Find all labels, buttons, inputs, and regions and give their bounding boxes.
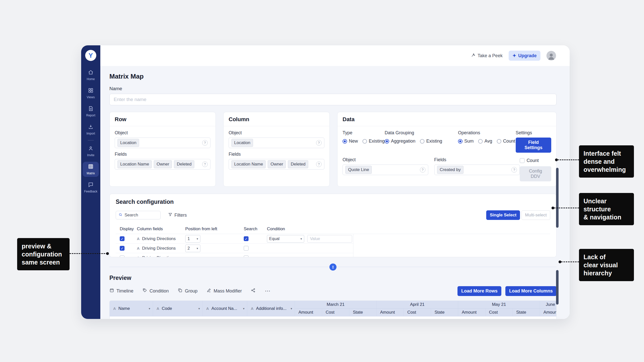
count-checkbox[interactable]: Count — [520, 157, 539, 164]
radio-grouping-existing[interactable]: Existing — [420, 139, 442, 144]
group-icon — [178, 288, 182, 294]
sidebar-item-home[interactable]: Home — [83, 68, 99, 83]
calendar-icon — [109, 288, 114, 294]
preview-cell: Backhoe — [247, 316, 295, 319]
take-a-peek-label: Take a Peek — [478, 53, 503, 58]
sidebar-item-invite[interactable]: Invite — [83, 144, 99, 159]
row-fields-field[interactable]: Location Name Owner Deleted ? — [115, 159, 210, 170]
search-checkbox[interactable]: ✓ — [244, 236, 249, 241]
more-button[interactable]: ⋯ — [265, 288, 271, 294]
search-input[interactable] — [125, 213, 158, 218]
annotation-leader — [561, 261, 579, 262]
sidebar-item-views[interactable]: Views — [83, 86, 99, 101]
condition-select[interactable]: Equal▾ — [267, 235, 304, 243]
name-label: Name — [109, 86, 557, 91]
preview-title: Preview — [109, 275, 557, 281]
preview-table-row: 16 Trending BucketASM-5G-01BackhoeBackho… — [110, 316, 557, 319]
help-icon[interactable]: ? — [420, 167, 425, 173]
column-header-additional-info[interactable]: AAdditional info...▾ — [247, 301, 295, 316]
single-select-button[interactable]: Single Select — [486, 210, 520, 220]
search-configuration-card: Search configuration Filters Single Sele… — [109, 194, 557, 257]
column-header-name[interactable]: AName▾ — [110, 301, 153, 316]
sidebar: Y Home Views Report Import Invite Matrix — [81, 45, 100, 319]
column-object-field[interactable]: Location ? — [229, 138, 324, 148]
sidebar-item-label: Views — [87, 95, 95, 99]
data-fields-field[interactable]: Created by ? — [434, 164, 520, 175]
help-icon[interactable]: ? — [511, 167, 517, 173]
chevron-down-icon: ▾ — [300, 237, 302, 241]
person-icon — [547, 52, 556, 60]
sidebar-item-label: Report — [86, 114, 95, 117]
preview-cell: Backhoe — [203, 316, 247, 319]
radio-dot — [362, 139, 367, 144]
group-button[interactable]: Group — [178, 288, 197, 294]
display-checkbox[interactable]: ✓ — [120, 246, 125, 251]
preview-cell: Northeast — [349, 316, 377, 319]
field-chip: Location Name — [231, 160, 266, 168]
timeline-button[interactable]: Timeline — [109, 288, 133, 294]
text-type-icon: A — [137, 256, 140, 257]
sidebar-item-matrix[interactable]: Matrix — [83, 162, 99, 177]
wand-icon — [471, 53, 475, 59]
condition-value-input[interactable] — [307, 235, 352, 243]
scrollbar-thumb[interactable] — [556, 270, 559, 305]
checkbox — [520, 158, 525, 163]
radio-count[interactable]: Count — [497, 139, 515, 144]
row-object-field[interactable]: Location ? — [115, 138, 210, 148]
resize-handle[interactable]: ▲ ▼ — [329, 264, 336, 271]
annotation-dot — [555, 158, 558, 161]
config-ddv-button[interactable]: Config DDV — [520, 166, 551, 181]
text-type-icon: A — [113, 306, 116, 311]
data-object-field[interactable]: Quote Line ? — [343, 164, 428, 175]
help-icon[interactable]: ? — [202, 140, 208, 146]
condition-button[interactable]: Condition — [142, 288, 169, 294]
share-button[interactable] — [251, 288, 256, 294]
radio-new[interactable]: New — [343, 139, 358, 144]
preview-cell: 102 — [377, 316, 404, 319]
field-settings-button[interactable]: Field Settings — [516, 138, 551, 153]
display-checkbox[interactable]: ✓ — [120, 236, 125, 241]
display-checkbox[interactable] — [120, 255, 125, 257]
take-a-peek-button[interactable]: Take a Peek — [471, 53, 503, 59]
home-icon — [88, 70, 94, 76]
load-more-columns-button[interactable]: Load More Columns — [505, 286, 557, 296]
help-icon[interactable]: ? — [202, 161, 208, 167]
sidebar-item-report[interactable]: Report — [83, 104, 99, 119]
multi-select-button[interactable]: Multi-select — [522, 210, 550, 220]
position-select[interactable]: 1▾ — [185, 235, 200, 243]
page-title: Matrix Map — [109, 73, 557, 80]
field-chip: Location Name — [117, 160, 152, 168]
preview-cell: USD 5.25 — [322, 316, 349, 319]
filters-button[interactable]: Filters — [168, 212, 187, 218]
search-config-row: ADriving Directions — [116, 253, 353, 257]
search-checkbox[interactable] — [244, 255, 249, 257]
column-header-code[interactable]: ACode▾ — [153, 301, 203, 316]
preview-cell: 102 — [458, 316, 485, 319]
help-icon[interactable]: ? — [316, 161, 322, 167]
annotation-dot — [551, 207, 554, 209]
object-chip: Location — [117, 139, 139, 147]
search-checkbox[interactable] — [244, 246, 249, 251]
load-more-rows-button[interactable]: Load More Rows — [457, 286, 501, 296]
scrollbar-thumb[interactable] — [556, 168, 559, 228]
position-select[interactable]: 2▾ — [185, 245, 200, 252]
annotation-leader — [554, 208, 579, 208]
name-input[interactable] — [109, 94, 557, 105]
sidebar-item-feedback[interactable]: Feedback — [83, 180, 99, 195]
radio-avg[interactable]: Avg — [478, 139, 492, 144]
sidebar-item-import[interactable]: Import — [83, 122, 99, 137]
sub-column-header: Amount — [458, 309, 485, 316]
radio-aggregation[interactable]: Aggregation — [385, 139, 415, 144]
help-icon[interactable]: ? — [316, 140, 322, 146]
radio-existing[interactable]: Existing — [362, 139, 385, 144]
column-header-account[interactable]: AAccount Na...▾ — [203, 301, 247, 316]
field-chip: Deleted — [174, 160, 194, 168]
search-input-box[interactable] — [116, 211, 161, 219]
radio-sum[interactable]: Sum — [458, 139, 474, 144]
sub-column-header: Cost — [322, 309, 349, 316]
mass-modifier-button[interactable]: Mass Modifier — [206, 288, 242, 294]
upgrade-button[interactable]: ✦ Upgrade — [509, 51, 540, 61]
column-fields-field[interactable]: Location Name Owner Deleted ? — [229, 159, 324, 170]
annotation-leader — [558, 159, 579, 160]
avatar[interactable] — [546, 51, 556, 60]
